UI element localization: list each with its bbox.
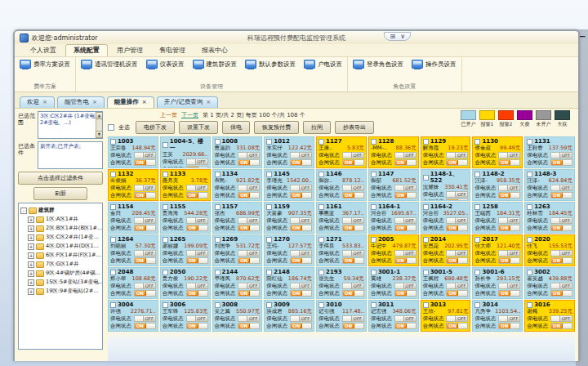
prev-page-link[interactable]: 上一页 <box>160 111 177 119</box>
protect-toggle[interactable]: OFF <box>238 283 260 289</box>
meter-card[interactable]: 1130侯金叔99.49元保电状态OFF合闸状态ON <box>472 136 523 168</box>
tree-item[interactable]: +9区:4#锅炉房(4#锅... <box>20 269 100 278</box>
toggle-handle-off[interactable]: OFF <box>247 251 259 256</box>
gate-toggle[interactable]: ON <box>446 257 468 264</box>
meter-card[interactable]: 1133愚月美3.78元保电状态OFF合闸状态ON <box>160 169 211 201</box>
protect-toggle[interactable]: OFF <box>186 158 208 165</box>
protect-toggle[interactable]: OFF <box>342 217 364 224</box>
tree-expand-icon[interactable]: + <box>28 270 34 277</box>
card-checkbox[interactable] <box>474 302 480 308</box>
toggle-handle-off[interactable]: OFF <box>455 283 467 288</box>
gate-toggle[interactable]: ON <box>446 199 468 201</box>
toggle-handle-on[interactable]: ON <box>551 258 563 263</box>
gate-toggle[interactable]: ON <box>238 323 260 329</box>
card-checkbox[interactable] <box>423 139 429 145</box>
meter-card[interactable]: 1012水实仔122.42元保电状态OFF合闸状态ON <box>264 136 314 168</box>
toggle-handle-off[interactable]: OFF <box>299 251 311 256</box>
toggle-handle-off[interactable]: OFF <box>559 251 572 256</box>
gate-toggle[interactable]: ON <box>550 323 572 329</box>
toggle-handle-on[interactable]: ON <box>238 258 250 263</box>
protect-toggle[interactable]: OFF <box>550 283 572 289</box>
protect-toggle[interactable]: OFF <box>550 217 572 224</box>
toggle-handle-off[interactable]: OFF <box>143 251 155 256</box>
card-checkbox[interactable] <box>371 270 376 275</box>
gate-toggle[interactable]: ON <box>394 323 416 329</box>
gate-toggle[interactable]: ON <box>342 290 364 297</box>
protect-toggle[interactable]: OFF <box>446 217 468 224</box>
toggle-handle-on[interactable]: ON <box>499 160 510 165</box>
protect-toggle[interactable]: OFF <box>238 185 260 191</box>
menu-tab-系统配置[interactable]: 系统配置 <box>65 44 108 56</box>
gate-toggle[interactable]: ON <box>342 225 364 231</box>
meter-card[interactable]: 1164-2河合容3527.05..保电状态OFF合闸状态ON <box>421 202 471 234</box>
card-checkbox[interactable] <box>527 270 532 275</box>
toggle-handle-off[interactable]: OFF <box>247 153 259 158</box>
toggle-handle-on[interactable]: ON <box>135 225 146 230</box>
card-checkbox[interactable] <box>110 172 116 177</box>
toggle-handle-off[interactable]: OFF <box>403 251 416 256</box>
meter-card[interactable]: 3011记宏强348.06元保电状态OFF合闸状态ON <box>368 300 419 332</box>
gate-toggle[interactable]: ON <box>498 323 520 329</box>
toggle-handle-on[interactable]: ON <box>499 193 510 198</box>
toggle-handle-on[interactable]: ON <box>499 225 510 230</box>
toggle-handle-off[interactable]: OFF <box>195 218 207 223</box>
protect-toggle[interactable]: OFF <box>290 217 312 224</box>
protect-toggle[interactable]: OFF <box>186 217 208 224</box>
toggle-handle-on[interactable]: ON <box>187 324 198 328</box>
toggle-handle-on[interactable]: ON <box>499 291 510 296</box>
tree-item[interactable]: +2区:B区1#井(B区1#... <box>20 224 100 233</box>
toggle-handle-on[interactable]: ON <box>447 160 458 165</box>
card-checkbox[interactable] <box>266 302 272 308</box>
gate-toggle[interactable]: ON <box>186 192 208 199</box>
gate-toggle[interactable]: ON <box>342 192 364 199</box>
protect-toggle[interactable]: OFF <box>342 315 364 322</box>
ribbon-button-仪表设置[interactable]: 仪表设置 <box>146 60 185 69</box>
card-checkbox[interactable] <box>110 302 116 308</box>
toggle-handle-off[interactable]: OFF <box>351 185 363 190</box>
ribbon-button-费率方案设置[interactable]: 费率方案设置 <box>20 60 70 69</box>
protect-toggle[interactable]: OFF <box>394 250 416 257</box>
toggle-handle-on[interactable]: ON <box>291 193 302 198</box>
toggle-handle-on[interactable]: ON <box>447 225 458 230</box>
protect-toggle[interactable]: OFF <box>134 283 156 289</box>
card-checkbox[interactable] <box>474 237 480 243</box>
protect-toggle[interactable]: OFF <box>134 152 156 158</box>
meter-card[interactable]: 1148-2汪泽-958.35元保电状态OFF合闸状态ON <box>472 169 523 201</box>
toggle-handle-off[interactable]: OFF <box>507 153 519 158</box>
gate-toggle[interactable]: ON <box>446 323 468 329</box>
protect-toggle[interactable]: OFF <box>550 315 572 322</box>
gate-toggle[interactable]: ON <box>134 323 156 329</box>
toggle-handle-off[interactable]: OFF <box>559 218 572 223</box>
card-checkbox[interactable] <box>423 302 429 308</box>
meter-card[interactable]: 2014安恩花202.95元保电状态OFF合闸状态ON <box>421 234 471 266</box>
card-checkbox[interactable] <box>215 172 220 177</box>
toolbar-button-抄表导出[interactable]: 抄表导出 <box>335 121 374 134</box>
tree-expand-icon[interactable]: + <box>28 225 34 232</box>
gate-toggle[interactable]: ON <box>550 192 572 199</box>
ribbon-button-默认参数设置[interactable]: 默认参数设置 <box>245 60 296 69</box>
meter-card[interactable]: 1264刘晓丽57.30元保电状态OFF合闸状态ON <box>108 234 158 266</box>
gate-toggle[interactable]: ON <box>394 225 416 231</box>
toolbar-button-拉闸[interactable]: 拉闸 <box>303 121 331 134</box>
meter-card[interactable]: 1147御郁681.52元保电状态OFF合闸状态ON <box>368 169 419 201</box>
meter-card[interactable]: 3004许强2276.71..保电状态OFF合闸状态ON <box>108 300 158 332</box>
toggle-handle-on[interactable]: ON <box>187 258 198 263</box>
protect-toggle[interactable]: OFF <box>446 152 468 158</box>
card-checkbox[interactable] <box>110 139 116 145</box>
tree-item[interactable]: +6区:F区1#井(F区1#... <box>20 251 100 260</box>
protect-toggle[interactable]: OFF <box>498 185 520 191</box>
gate-toggle[interactable]: ON <box>238 225 260 231</box>
toggle-handle-off[interactable]: OFF <box>351 153 363 158</box>
meter-card[interactable]: 1131王鞋香137.59元保电状态OFF合闸状态ON <box>524 136 575 168</box>
gate-toggle[interactable]: ON <box>290 225 312 231</box>
doc-tab-能量操作[interactable]: 能量操作× <box>107 96 154 108</box>
card-checkbox[interactable] <box>371 237 376 243</box>
toggle-handle-on[interactable]: ON <box>447 324 458 328</box>
toggle-handle-on[interactable]: ON <box>447 199 458 201</box>
card-checkbox[interactable] <box>266 237 272 243</box>
card-checkbox[interactable] <box>318 139 324 145</box>
toggle-handle-off[interactable]: OFF <box>507 316 519 321</box>
card-checkbox[interactable] <box>266 270 272 275</box>
gate-toggle[interactable]: ON <box>342 257 364 264</box>
tree-item[interactable]: +19区:9#变电站(2#... <box>20 287 100 296</box>
